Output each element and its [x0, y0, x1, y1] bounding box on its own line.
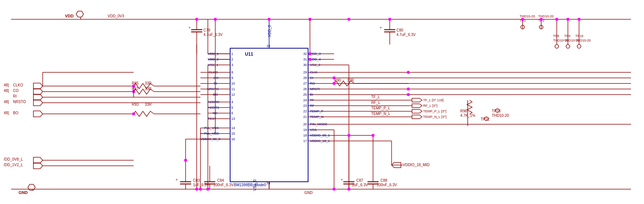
svg-text:C88: C88 — [380, 178, 388, 182]
svg-text:19: 19 — [303, 128, 307, 132]
svg-text:VDD_4: VDD_4 — [310, 57, 321, 61]
svg-text:TP10: TP10 — [575, 34, 583, 38]
svg-point-253 — [308, 52, 311, 55]
svg-point-238 — [132, 112, 135, 115]
svg-point-249 — [206, 188, 209, 191]
svg-text:1: 1 — [231, 52, 233, 56]
svg-text:BM1398BB_Mode0: BM1398BB_Mode0 — [234, 183, 266, 187]
svg-point-265 — [372, 134, 375, 137]
svg-point-294 — [407, 93, 410, 96]
svg-text:CLKI: CLKI — [310, 70, 317, 74]
svg-point-285 — [578, 18, 581, 21]
svg-text:48]: 48] — [4, 111, 9, 115]
svg-text:15: 15 — [231, 132, 235, 135]
svg-text:BI: BI — [310, 93, 313, 96]
svg-text:20: 20 — [303, 122, 307, 126]
svg-text:TF_L [3^.118]: TF_L [3^.118] — [423, 98, 444, 102]
svg-rect-0 — [0, 0, 644, 204]
svg-text:R85: R85 — [132, 81, 139, 85]
svg-text:9: 9 — [231, 76, 233, 80]
svg-point-303 — [333, 188, 336, 191]
svg-text:VSS: VSS — [310, 128, 317, 132]
svg-text:TEMP_N_L [3^]: TEMP_N_L [3^] — [423, 115, 447, 119]
svg-text:CO: CO — [213, 76, 219, 80]
svg-point-235 — [388, 18, 391, 21]
svg-text:TP8: TP8 — [553, 34, 559, 38]
svg-text:24: 24 — [303, 98, 307, 102]
svg-text:C87: C87 — [356, 178, 363, 182]
svg-point-257 — [347, 188, 350, 191]
svg-text:8: 8 — [231, 70, 233, 74]
svg-text:THD10-20: THD10-20 — [538, 14, 554, 18]
svg-text:32: 32 — [303, 52, 307, 56]
svg-text:ADDR1: ADDR1 — [208, 106, 219, 109]
svg-text:30: 30 — [303, 63, 307, 67]
svg-text:TEMP_N_L: TEMP_N_L — [371, 112, 390, 116]
svg-text:3: 3 — [231, 63, 233, 67]
svg-text:/DD_1V2_L: /DD_1V2_L — [4, 163, 23, 167]
svg-text:33: 33 — [267, 44, 270, 48]
svg-text:12: 12 — [231, 93, 235, 96]
svg-text:CLKO: CLKO — [209, 70, 218, 74]
svg-text:GND: GND — [19, 190, 28, 195]
svg-text:+: + — [189, 26, 191, 30]
svg-text:4.7uF_6.3V: 4.7uF_6.3V — [396, 33, 416, 37]
svg-point-275 — [333, 82, 336, 85]
svg-text:VDDIO_18_1: VDDIO_18_1 — [310, 139, 330, 143]
svg-point-234 — [268, 18, 271, 21]
svg-text:1uF_6.3V: 1uF_6.3V — [193, 183, 209, 187]
svg-text:+: + — [380, 26, 382, 30]
svg-text:23: 23 — [303, 104, 307, 108]
svg-text:TP13: TP13 — [492, 109, 501, 113]
svg-point-239 — [347, 18, 350, 21]
svg-text:48]: 48] — [4, 100, 9, 104]
svg-text:26: 26 — [303, 87, 307, 91]
svg-text:13: 13 — [231, 117, 235, 121]
svg-text:16: 16 — [231, 137, 235, 141]
svg-text:VSS_2: VSS_2 — [310, 63, 320, 67]
svg-text:VDDIO_18_MID: VDDIO_18_MID — [403, 163, 429, 167]
svg-text:31: 31 — [303, 57, 307, 61]
svg-text:TF_L: TF_L — [371, 95, 380, 99]
svg-text:+: + — [341, 178, 343, 182]
svg-text:100nF_6.3V: 100nF_6.3V — [377, 183, 397, 187]
svg-point-283 — [555, 18, 558, 21]
svg-point-301 — [214, 18, 217, 21]
svg-text:VDD_3: VDD_3 — [310, 52, 321, 56]
svg-text:RF: RF — [310, 104, 314, 108]
svg-text:+: + — [176, 178, 178, 182]
svg-text:VDD_0V3: VDD_0V3 — [108, 14, 124, 18]
svg-text:C84: C84 — [217, 178, 224, 182]
svg-text:RF_L [3^]: RF_L [3^] — [423, 104, 437, 108]
svg-text:C79: C79 — [203, 28, 210, 32]
svg-text:C80: C80 — [396, 28, 403, 32]
svg-point-233 — [195, 18, 198, 21]
svg-text:48]: 48] — [4, 89, 9, 93]
svg-text:17: 17 — [303, 139, 307, 143]
svg-text:ADDR0: ADDR0 — [208, 100, 219, 104]
svg-text:U11: U11 — [245, 52, 253, 57]
svg-text:NRSTI: NRSTI — [310, 87, 320, 91]
svg-text:33R: 33R — [145, 81, 151, 85]
svg-text:RO: RO — [310, 82, 315, 85]
svg-text:1uF_6.3V: 1uF_6.3V — [352, 183, 368, 187]
schematic-diagram: VDD VDD_0V3 GND GND 48] CLKO 48] CO RI 4… — [0, 0, 644, 204]
svg-point-254 — [308, 58, 311, 61]
svg-text:PIN_MODE: PIN_MODE — [310, 122, 327, 126]
svg-text:100nF_6.3V: 100nF_6.3V — [213, 183, 234, 187]
svg-text:14: 14 — [231, 126, 235, 130]
svg-point-262 — [184, 159, 187, 162]
svg-text:29: 29 — [303, 70, 307, 74]
svg-text:R96: R96 — [460, 109, 467, 113]
svg-point-270 — [347, 134, 350, 137]
svg-text:BO: BO — [13, 111, 19, 115]
svg-text:PLL_VSS: PLL_VSS — [204, 126, 219, 130]
svg-point-292 — [407, 71, 410, 74]
svg-text:11: 11 — [231, 87, 235, 91]
svg-text:TP9: TP9 — [564, 34, 571, 38]
svg-text:21: 21 — [303, 115, 307, 119]
svg-text:THD10-20: THD10-20 — [492, 113, 509, 118]
svg-text:CO: CO — [13, 89, 19, 93]
svg-point-281 — [521, 18, 524, 21]
svg-text:28: 28 — [303, 76, 307, 80]
